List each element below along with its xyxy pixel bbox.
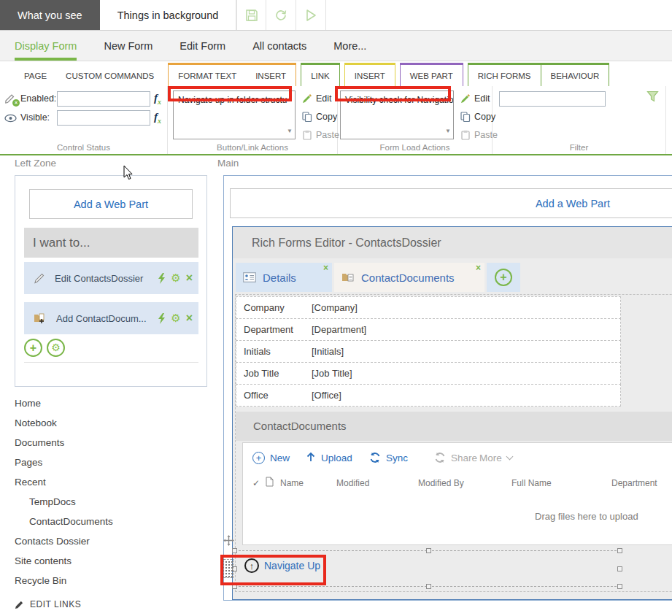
close-tab-icon[interactable]: × [323,264,328,272]
enabled-input[interactable] [57,91,150,107]
more-button[interactable]: More [479,450,512,466]
drag-grip[interactable] [223,559,233,578]
selection-handle[interactable] [426,584,431,589]
ribbon-tab-insert[interactable]: INSERT [345,65,395,86]
field-row-office[interactable]: Office [Office] [236,384,621,407]
close-tab-icon[interactable]: × [476,264,481,272]
field-row-jobtitle[interactable]: Job Title [Job Title] [236,362,621,385]
nav-item-notebook[interactable]: Notebook [15,413,113,433]
nav-new-form[interactable]: New Form [104,31,152,61]
save-button[interactable] [236,0,266,30]
filter-funnel-icon[interactable] [646,91,659,106]
add-action-button[interactable]: + [24,339,42,357]
chevron-down-icon [506,453,513,460]
form-load-actions-list[interactable]: Visibility check for Navigatio ▲ ▼ [340,91,454,139]
formula-button-visible[interactable]: fx [154,111,161,125]
edit-action-button[interactable]: Edit [302,91,332,107]
scroll-up-icon[interactable]: ▲ [445,96,451,102]
run-button[interactable] [296,0,326,30]
enabled-icon: × [4,92,18,105]
paste-action-button[interactable]: Paste [302,127,339,143]
remove-icon[interactable]: × [186,273,193,283]
settings-gear-icon[interactable]: ⚙ [171,273,180,284]
sync-button[interactable]: Sync [369,450,408,466]
nav-all-contacts[interactable]: All contacts [252,31,306,61]
add-web-part-button-main[interactable]: Add a Web Part [230,188,672,218]
edit-links-button[interactable]: EDIT LINKS [15,599,81,609]
action-row-add-contactdocument[interactable]: Add ContactDocum... ⚙ × [24,302,198,334]
tab-what-you-see[interactable]: What you see [0,0,100,30]
nav-display-form[interactable]: Display Form [15,31,77,61]
action-row-edit-contactsdossier[interactable]: Edit ContactsDossier ⚙ × [24,262,198,294]
filter-input[interactable] [499,91,606,107]
ribbon-tab-behaviour[interactable]: BEHAVIOUR [541,65,609,86]
selection-handle[interactable] [426,548,431,553]
ribbon-tab-link[interactable]: LINK [301,65,339,86]
refresh-button[interactable] [266,0,296,30]
nav-item-documents[interactable]: Documents [15,433,113,453]
settings-gear-icon[interactable]: ⚙ [171,313,180,324]
edit-load-action-button[interactable]: Edit [460,91,490,107]
select-all-check-icon[interactable]: ✓ [252,478,260,488]
left-zone-label: Left Zone [15,158,56,169]
field-row-initials[interactable]: Initials [Initials] [236,340,621,363]
nav-item-home[interactable]: Home [15,393,113,413]
visible-input[interactable] [57,110,150,126]
copy-load-action-button[interactable]: Copy [460,109,495,125]
upload-button[interactable]: Upload [306,450,352,466]
column-modified-by[interactable]: Modified By [418,478,464,488]
ribbon-tab-page[interactable]: PAGE [15,65,56,86]
selected-load-action[interactable]: Visibility check for Navigatio [341,91,453,109]
selection-handle[interactable] [617,584,622,589]
ribbon-tab-insert-format[interactable]: INSERT [246,65,296,86]
nav-edit-form[interactable]: Edit Form [179,31,225,61]
move-handle-icon[interactable] [223,534,235,547]
share-button[interactable]: Share [434,450,477,466]
nav-item-site-contents[interactable]: Site contents [15,551,113,571]
column-full-name[interactable]: Full Name [511,478,552,488]
selection-handle[interactable] [617,548,622,553]
nav-item-tempdocs[interactable]: TempDocs [15,492,113,512]
sync-icon [369,452,381,463]
zone-settings-button[interactable]: ⚙ [47,339,65,357]
scroll-down-icon[interactable]: ▼ [445,128,451,134]
selected-button-action[interactable]: Navigate up in folder structu [174,91,295,109]
paste-icon [302,130,312,140]
column-department[interactable]: Department [611,478,657,488]
field-row-company[interactable]: Company [Company] [236,296,621,319]
scroll-up-icon[interactable]: ▲ [287,96,293,102]
ribbon-tab-rich-forms[interactable]: RICH FORMS [468,65,541,86]
nav-item-recent[interactable]: Recent [15,472,113,492]
formula-button-enabled[interactable]: fx [154,92,161,106]
nav-item-contacts-dossier[interactable]: Contacts Dossier [15,531,113,551]
selection-handle[interactable] [617,566,622,571]
selection-handle[interactable] [232,584,237,589]
ribbon-tab-custom-commands[interactable]: CUSTOM COMMANDS [56,65,163,86]
nav-item-recycle-bin[interactable]: Recycle Bin [15,571,113,590]
add-tab-button[interactable]: + [487,263,520,292]
form-tab-details[interactable]: Details × [236,263,332,292]
i-want-to-header: I want to... [24,228,198,258]
field-row-department[interactable]: Department [Department] [236,318,621,341]
contactdocuments-header: ContactDocuments [236,412,672,441]
quick-action-bolt-icon[interactable] [158,313,166,324]
button-link-actions-list[interactable]: Navigate up in folder structu ▲ ▼ [173,91,296,139]
form-tab-contactdocuments[interactable]: ContactDocuments × [334,263,484,292]
column-name[interactable]: Name [280,478,304,488]
tab-things-in-background[interactable]: Things in background [100,0,237,30]
nav-item-contactdocuments[interactable]: ContactDocuments [15,512,113,531]
ribbon-tab-web-part[interactable]: WEB PART [401,65,463,86]
scroll-down-icon[interactable]: ▼ [287,128,293,134]
doc-type-icon [266,477,274,489]
new-button[interactable]: + New [252,450,290,466]
ribbon-tab-format-text[interactable]: FORMAT TEXT [169,65,246,86]
add-web-part-button-left[interactable]: Add a Web Part [29,189,193,219]
quick-action-bolt-icon[interactable] [158,273,166,284]
nav-more[interactable]: More... [333,31,366,61]
remove-icon[interactable]: × [186,313,193,323]
column-modified[interactable]: Modified [336,478,369,488]
copy-action-button[interactable]: Copy [302,109,337,125]
selection-handle[interactable] [232,548,237,553]
nav-item-pages[interactable]: Pages [15,453,113,472]
navigate-up-element[interactable]: ↑ Navigate Up [244,558,320,573]
